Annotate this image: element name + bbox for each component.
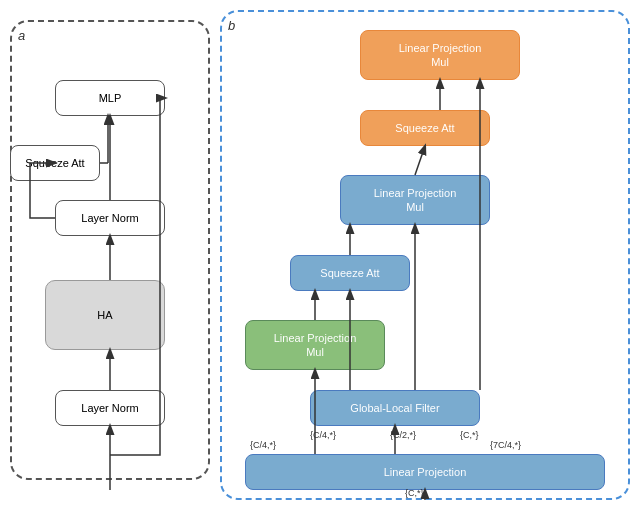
panel-b-label: b: [228, 18, 235, 33]
annotation-c-right: {C,*}: [460, 430, 479, 440]
annotation-7c4: {7C/4,*}: [490, 440, 521, 450]
annotation-c-star: {C,*}: [405, 488, 424, 498]
annotation-c4-left: {C/4,*}: [310, 430, 336, 440]
lp-mul-top-box: Linear Projection Mul: [360, 30, 520, 80]
global-local-filter-box: Global-Local Filter: [310, 390, 480, 426]
diagram-container: a b MLP Squeeze Att Layer Norm HA Layer …: [0, 0, 640, 508]
annotation-c4-bot: {C/4,*}: [250, 440, 276, 450]
squeeze-top-box: Squeeze Att: [360, 110, 490, 146]
ha-box: HA: [45, 280, 165, 350]
lp-mul-low-box: Linear Projection Mul: [245, 320, 385, 370]
squeeze-att-a-box: Squeeze Att: [10, 145, 100, 181]
annotation-c2: {C/2,*}: [390, 430, 416, 440]
mlp-box: MLP: [55, 80, 165, 116]
layer-norm-bot-box: Layer Norm: [55, 390, 165, 426]
lp-bot-box: Linear Projection: [245, 454, 605, 490]
layer-norm-top-box: Layer Norm: [55, 200, 165, 236]
squeeze-mid-box: Squeeze Att: [290, 255, 410, 291]
panel-a-label: a: [18, 28, 25, 43]
panel-b: [220, 10, 630, 500]
lp-mul-mid-box: Linear Projection Mul: [340, 175, 490, 225]
